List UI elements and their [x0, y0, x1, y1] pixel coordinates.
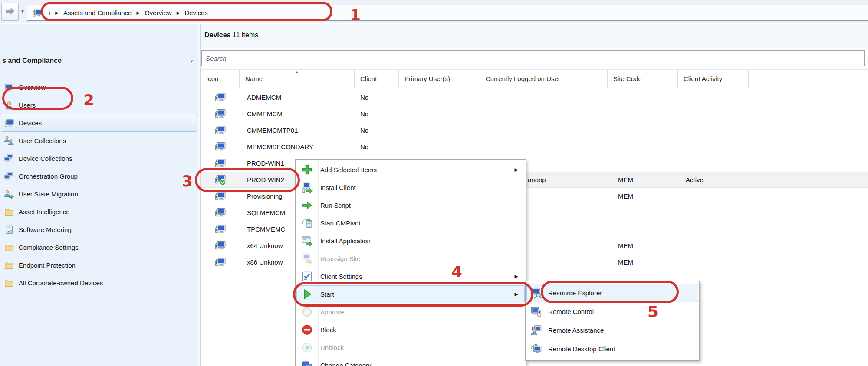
menu-item-install-client[interactable]: Install Client	[296, 179, 525, 196]
change-category-icon	[301, 359, 313, 366]
menu-item-reassign-site: Reassign Site	[296, 250, 525, 268]
menu-item-label: Reassign Site	[320, 255, 361, 262]
sidebar-item-user-state-migration[interactable]: User State Migration	[1, 185, 197, 203]
submenu-arrow-icon: ▶	[515, 274, 518, 279]
client-value: No	[355, 143, 399, 150]
sidebar-item-endpoint-protection[interactable]: Endpoint Protection	[1, 256, 197, 274]
remote-assistance-icon	[530, 324, 542, 336]
device-name: MEMCMSECONDARY	[240, 143, 355, 150]
breadcrumb-separator-icon: ▶	[136, 10, 140, 15]
device-check-icon	[215, 174, 226, 185]
device-icon-cell	[201, 158, 240, 169]
orchestration-group-icon	[4, 172, 14, 181]
menu-item-add-selected-items[interactable]: Add Selected Items▶	[296, 161, 525, 179]
submenu-item-resource-explorer[interactable]: Resource Explorer	[526, 284, 698, 302]
device-collections-icon	[4, 154, 14, 163]
menu-item-label: Install Application	[320, 237, 371, 245]
sidebar-item-all-corporate-owned-devices[interactable]: All Corporate-owned Devices	[1, 274, 197, 292]
device-icon	[215, 257, 226, 268]
device-icon	[215, 141, 226, 152]
nav-dropdown-icon[interactable]: ▼	[20, 9, 25, 14]
sidebar-item-label: All Corporate-owned Devices	[19, 279, 103, 287]
column-header-icon[interactable]: Icon	[201, 70, 240, 88]
user-collections-icon	[4, 136, 14, 146]
column-header-currently-logged-on-user[interactable]: Currently Logged on User	[480, 70, 608, 88]
column-header-empty	[749, 70, 868, 88]
cmpivot-icon	[301, 217, 313, 229]
devices-icon	[4, 118, 14, 128]
sidebar-item-asset-intelligence[interactable]: Asset Intelligence	[1, 203, 197, 221]
page-title-name: Devices	[204, 31, 231, 39]
device-row-admemcm[interactable]: ADMEMCMNo	[201, 89, 868, 105]
device-icon-cell	[201, 108, 240, 119]
sidebar-header: s and Compliance	[2, 57, 62, 65]
column-header-label: Client	[360, 75, 377, 82]
device-icon-cell	[201, 174, 240, 185]
sidebar-item-overview[interactable]: Overview	[1, 78, 197, 96]
folder-icon	[4, 278, 14, 288]
column-header-name[interactable]: Name▲	[240, 70, 355, 88]
column-header-client-activity[interactable]: Client Activity	[678, 70, 749, 88]
breadcrumb-root[interactable]: \	[49, 9, 50, 16]
run-script-icon	[301, 199, 313, 211]
column-header-label: Client Activity	[684, 75, 722, 82]
remote-desktop-icon	[530, 343, 542, 355]
breadcrumb: \▶Assets and Compliance▶Overview▶Devices	[27, 5, 868, 21]
device-name: CMMEMCM	[240, 110, 355, 118]
device-icon	[215, 92, 226, 103]
client-settings-icon	[301, 271, 313, 282]
sort-ascending-icon: ▲	[295, 70, 299, 74]
sidebar-item-device-collections[interactable]: Device Collections	[1, 150, 197, 167]
menu-item-run-script[interactable]: Run Script	[296, 196, 525, 214]
submenu-item-label: Resource Explorer	[548, 289, 602, 297]
collapse-panel-icon[interactable]: ‹	[191, 57, 193, 64]
sidebar-item-software-metering[interactable]: Software Metering	[1, 221, 197, 239]
menu-item-label: Run Script	[320, 202, 351, 209]
device-icon	[215, 240, 226, 251]
sidebar-item-label: Devices	[19, 119, 42, 127]
install-client-icon	[301, 182, 313, 193]
device-name: CMMEMCMTP01	[240, 127, 355, 134]
column-header-label: Currently Logged on User	[486, 75, 560, 82]
menu-item-start[interactable]: Start▶	[296, 285, 525, 303]
device-icon	[215, 191, 226, 202]
device-row-memcmsecondary[interactable]: MEMCMSECONDARYNo	[201, 138, 868, 155]
column-header-primary-user-s[interactable]: Primary User(s)	[399, 70, 480, 88]
submenu-item-remote-control[interactable]: Remote Control	[526, 302, 698, 321]
menu-item-change-category[interactable]: Change Category	[296, 356, 525, 366]
sidebar-item-user-collections[interactable]: User Collections	[1, 132, 197, 150]
block-icon	[301, 324, 313, 336]
device-icon-cell	[201, 92, 240, 103]
device-name: ADMEMCM	[240, 94, 355, 101]
sidebar-item-users[interactable]: Users	[1, 96, 197, 114]
menu-item-block[interactable]: Block	[296, 321, 525, 339]
breadcrumb-item-assets-and-compliance[interactable]: Assets and Compliance	[63, 9, 132, 16]
device-row-cmmemcm[interactable]: CMMEMCMNo	[201, 105, 868, 122]
menu-item-label: Change Category	[320, 362, 372, 366]
site-code-value: MEM	[608, 258, 678, 266]
search-input[interactable]	[203, 52, 863, 65]
column-header-site-code[interactable]: Site Code	[608, 70, 678, 88]
sidebar-item-label: Users	[19, 101, 36, 109]
submenu-item-remote-desktop-client[interactable]: Remote Desktop Client	[526, 340, 698, 358]
approve-icon	[301, 306, 313, 318]
sidebar-item-orchestration-group[interactable]: Orchestration Group	[1, 167, 197, 185]
sidebar-item-devices[interactable]: Devices	[1, 114, 197, 132]
submenu-item-remote-assistance[interactable]: Remote Assistance	[526, 321, 698, 340]
menu-item-label: Unblock	[320, 344, 344, 351]
device-icon	[215, 125, 226, 136]
menu-item-label: Block	[320, 326, 336, 333]
breadcrumb-item-overview[interactable]: Overview	[145, 9, 172, 16]
sidebar-item-compliance-settings[interactable]: Compliance Settings	[1, 239, 197, 256]
breadcrumb-item-devices[interactable]: Devices	[184, 9, 207, 16]
menu-item-install-application[interactable]: Install Application	[296, 232, 525, 250]
device-row-cmmemcmtp01[interactable]: CMMEMCMTP01No	[201, 122, 868, 138]
column-header-client[interactable]: Client	[355, 70, 399, 88]
menu-item-client-settings[interactable]: Client Settings▶	[296, 268, 525, 285]
device-context-menu: Add Selected Items▶Install ClientRun Scr…	[295, 159, 526, 366]
menu-item-start-cmpivot[interactable]: Start CMPivot	[296, 214, 525, 232]
menu-item-label: Approve	[320, 308, 345, 316]
forward-button[interactable]	[1, 3, 19, 21]
breadcrumb-separator-icon: ▶	[177, 10, 180, 15]
sidebar-item-label: Asset Intelligence	[19, 208, 70, 216]
